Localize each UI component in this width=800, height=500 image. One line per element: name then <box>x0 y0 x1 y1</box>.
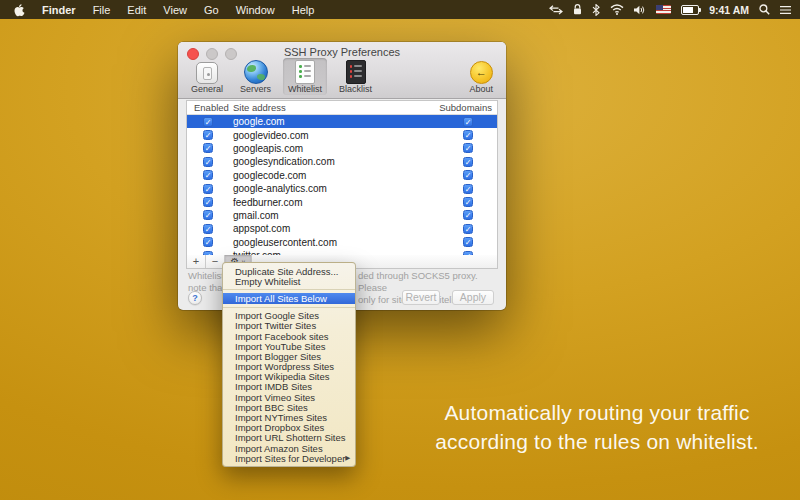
menu-item[interactable]: Import IMDB Sites <box>223 382 355 392</box>
site-address: googleusercontent.com <box>229 237 439 248</box>
enabled-checkbox[interactable] <box>203 170 213 180</box>
preferences-toolbar: General Servers Whitelist Blacklist <box>178 62 506 98</box>
apple-menu-icon[interactable] <box>13 3 25 17</box>
subdomains-checkbox[interactable] <box>463 130 473 140</box>
tab-servers[interactable]: Servers <box>235 58 276 95</box>
subdomains-checkbox[interactable] <box>463 197 473 207</box>
enabled-checkbox[interactable] <box>203 130 213 140</box>
tab-whitelist-label: Whitelist <box>288 85 322 94</box>
subdomains-checkbox[interactable] <box>463 210 473 220</box>
menu-item[interactable]: Import Dropbox Sites <box>223 423 355 433</box>
volume-icon[interactable] <box>634 5 646 15</box>
table-row[interactable]: googleusercontent.com <box>187 236 497 249</box>
subdomains-checkbox[interactable] <box>463 157 473 167</box>
subdomains-cell <box>439 130 497 140</box>
menu-item[interactable]: Empty Whitelist <box>223 276 355 286</box>
menubar-item-help[interactable]: Help <box>292 4 315 16</box>
tab-blacklist[interactable]: Blacklist <box>334 58 377 95</box>
subdomains-checkbox[interactable] <box>463 117 473 127</box>
menubar-item-file[interactable]: File <box>93 4 111 16</box>
about-button[interactable]: ← About <box>464 59 498 95</box>
header-subdomains[interactable]: Subdomains <box>439 102 497 113</box>
enabled-checkbox[interactable] <box>203 117 213 127</box>
header-site-address[interactable]: Site address <box>229 102 439 113</box>
subdomains-checkbox[interactable] <box>463 237 473 247</box>
table-row[interactable]: googlecode.com <box>187 169 497 182</box>
menu-item[interactable]: Import Wikipedia Sites <box>223 372 355 382</box>
menu-item[interactable]: Import YouTube Sites <box>223 341 355 351</box>
help-button[interactable]: ? <box>188 291 202 305</box>
lock-icon[interactable] <box>573 4 582 15</box>
tab-general-label: General <box>191 85 223 94</box>
apply-button[interactable]: Apply <box>452 290 494 305</box>
menubar-item-go[interactable]: Go <box>204 4 219 16</box>
subdomains-checkbox[interactable] <box>463 170 473 180</box>
menu-item[interactable]: Duplicate Site Address... <box>223 266 355 276</box>
battery-icon[interactable] <box>681 5 699 15</box>
menu-item[interactable]: Import BBC Sites <box>223 402 355 412</box>
site-address: google.com <box>229 116 439 127</box>
table-row[interactable]: google.com <box>187 115 497 128</box>
enabled-checkbox[interactable] <box>203 143 213 153</box>
menubar-item-window[interactable]: Window <box>236 4 275 16</box>
menu-item[interactable]: Import Vimeo Sites <box>223 392 355 402</box>
enabled-cell <box>187 210 229 220</box>
subdomains-checkbox[interactable] <box>463 143 473 153</box>
menu-item[interactable]: Import URL Shottern Sites <box>223 433 355 443</box>
spotlight-icon[interactable] <box>759 4 770 15</box>
proxy-arrows-icon[interactable] <box>549 5 563 15</box>
window-titlebar[interactable]: SSH Proxy Preferences <box>178 42 506 62</box>
tagline-line-2: according to the rules on whitelist. <box>398 427 796 456</box>
enabled-checkbox[interactable] <box>203 237 213 247</box>
menu-item[interactable]: Import Google Sites <box>223 311 355 321</box>
add-site-button[interactable]: + <box>187 255 206 268</box>
enabled-checkbox[interactable] <box>203 184 213 194</box>
subdomains-cell <box>439 210 497 220</box>
notification-center-icon[interactable] <box>780 5 791 15</box>
wifi-icon[interactable] <box>610 4 624 15</box>
menu-item[interactable]: Import Facebook sites <box>223 331 355 341</box>
menu-item[interactable]: Import Sites for Developer▶ <box>223 453 355 463</box>
gear-menu: Duplicate Site Address...Empty Whitelist… <box>222 262 356 467</box>
menubar-item-view[interactable]: View <box>163 4 187 16</box>
table-row[interactable]: googleapis.com <box>187 142 497 155</box>
subdomains-checkbox[interactable] <box>463 224 473 234</box>
menu-item[interactable]: Import Amazon Sites <box>223 443 355 453</box>
tab-general[interactable]: General <box>186 60 228 95</box>
menu-item[interactable]: Import Twitter Sites <box>223 321 355 331</box>
tab-whitelist[interactable]: Whitelist <box>283 58 327 95</box>
bluetooth-icon[interactable] <box>592 4 600 16</box>
menubar-item-finder[interactable]: Finder <box>42 4 76 16</box>
subdomains-checkbox[interactable] <box>463 184 473 194</box>
us-flag-icon[interactable] <box>656 5 671 14</box>
menubar-item-edit[interactable]: Edit <box>127 4 146 16</box>
site-address: feedburner.com <box>229 197 439 208</box>
menu-separator <box>223 307 355 308</box>
menu-item[interactable]: Import All Sites Below <box>223 293 355 303</box>
revert-button[interactable]: Revert <box>402 290 440 305</box>
menubar-clock[interactable]: 9:41 AM <box>709 4 749 16</box>
menu-item-label: Import All Sites Below <box>235 293 327 304</box>
enabled-checkbox[interactable] <box>203 157 213 167</box>
enabled-cell <box>187 117 229 127</box>
enabled-checkbox[interactable] <box>203 210 213 220</box>
table-row[interactable]: googlevideo.com <box>187 128 497 141</box>
menu-item[interactable]: Import Blogger Sites <box>223 351 355 361</box>
table-row[interactable]: google-analytics.com <box>187 182 497 195</box>
table-row[interactable]: appspot.com <box>187 222 497 235</box>
site-address: gmail.com <box>229 210 439 221</box>
subdomains-cell <box>439 197 497 207</box>
whitelist-icon <box>295 60 315 84</box>
enabled-checkbox[interactable] <box>203 197 213 207</box>
header-enabled[interactable]: Enabled <box>187 102 229 113</box>
enabled-cell <box>187 170 229 180</box>
table-row[interactable]: gmail.com <box>187 209 497 222</box>
menu-item[interactable]: Import Wordpress Sites <box>223 362 355 372</box>
enabled-checkbox[interactable] <box>203 224 213 234</box>
site-address: googlesyndication.com <box>229 156 439 167</box>
table-row[interactable]: googlesyndication.com <box>187 155 497 168</box>
table-row[interactable]: feedburner.com <box>187 195 497 208</box>
menu-item[interactable]: Import NYTimes Sites <box>223 412 355 422</box>
subdomains-cell <box>439 237 497 247</box>
general-switch-icon <box>196 62 218 84</box>
